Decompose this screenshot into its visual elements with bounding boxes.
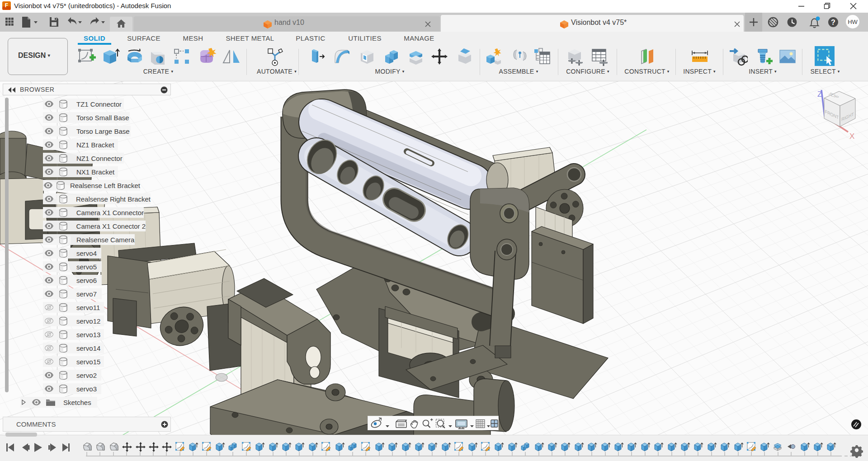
svg-text:HW: HW xyxy=(848,19,858,25)
svg-text:X: X xyxy=(849,132,854,141)
svg-text:F: F xyxy=(5,2,8,9)
svg-text:Z: Z xyxy=(817,90,822,99)
svg-text:?: ? xyxy=(831,19,835,26)
